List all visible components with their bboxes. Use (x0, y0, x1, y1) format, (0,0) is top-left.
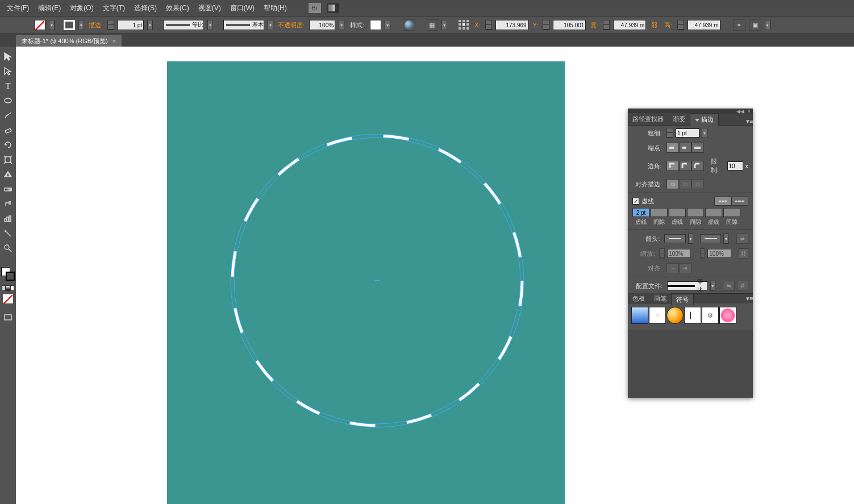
symbol-thumb-1[interactable] (631, 307, 648, 324)
slice-tool-icon[interactable] (2, 227, 14, 240)
gap-3-field[interactable] (723, 208, 740, 217)
column-graph-tool-icon[interactable] (2, 213, 14, 225)
menu-effect[interactable]: 效果(C) (163, 1, 193, 15)
symbol-thumb-2[interactable]: ✶ (649, 307, 666, 324)
menu-file[interactable]: 文件(F) (3, 1, 32, 15)
menu-select[interactable]: 选择(S) (131, 1, 160, 15)
arrow-align-end-icon[interactable]: ⇥ (679, 263, 691, 273)
arrow-scale-end-spinner[interactable] (700, 248, 706, 259)
menu-help[interactable]: 帮助(H) (260, 1, 290, 15)
dash-align-exact-icon[interactable] (714, 197, 731, 206)
join-bevel-icon[interactable] (691, 161, 704, 171)
arrow-scale-start-spinner[interactable] (659, 248, 665, 259)
cap-round-icon[interactable] (679, 143, 691, 153)
arrow-align-tip-icon[interactable]: → (666, 263, 679, 273)
profile-menu[interactable]: ▼ (710, 281, 715, 291)
tab-pathfinder[interactable]: 路径查找器 (628, 113, 668, 125)
symbol-sprayer-tool-icon[interactable] (2, 198, 14, 210)
arrow-end-menu[interactable]: ▼ (723, 234, 728, 244)
align-panel-menu[interactable]: ▼ (441, 20, 447, 30)
symbol-thumb-5[interactable]: ⚙ (702, 307, 719, 324)
collapse-panel-icon[interactable]: ◀◀ (736, 109, 744, 114)
weight-spinner[interactable] (666, 128, 673, 138)
bridge-icon[interactable]: Br (309, 3, 321, 13)
weight-menu[interactable]: ▼ (702, 128, 707, 138)
gap-1-field[interactable] (651, 208, 668, 217)
link-wh-icon[interactable]: ⛓ (649, 20, 660, 30)
w-spinner[interactable] (603, 20, 610, 30)
close-tab-icon[interactable]: × (113, 38, 116, 44)
gradient-tool-icon[interactable] (2, 183, 14, 195)
profile-flip-x-icon[interactable]: ⇋ (723, 281, 734, 291)
color-mode-icon[interactable] (2, 285, 14, 291)
opacity-field[interactable] (309, 20, 335, 30)
join-miter-icon[interactable] (666, 161, 679, 171)
cap-projecting-icon[interactable] (691, 143, 704, 153)
symbol-thumb-4[interactable]: ▏ (684, 307, 701, 324)
align-panel-icon[interactable]: ▦ (426, 19, 438, 31)
menu-edit[interactable]: 编辑(E) (35, 1, 64, 15)
tab-symbols[interactable]: 符号 (671, 294, 694, 305)
stroke-swatch[interactable] (64, 20, 75, 30)
fill-swatch[interactable] (34, 20, 45, 30)
close-panel-icon[interactable]: × (748, 109, 751, 114)
opacity-menu[interactable]: ▼ (339, 20, 344, 30)
arrow-scale-start-field[interactable] (667, 249, 691, 258)
fill-stroke-icon[interactable] (1, 267, 15, 281)
isolate-icon[interactable]: ▣ (749, 19, 761, 31)
profile-picker[interactable]: 等比 (667, 281, 708, 290)
fill-swatch-menu[interactable]: ▼ (49, 20, 55, 30)
cap-butt-icon[interactable] (666, 143, 679, 153)
reference-point-icon[interactable] (459, 20, 470, 30)
tab-gradient[interactable]: 渐变 (668, 113, 690, 125)
arrow-end-picker[interactable] (700, 234, 721, 243)
zoom-tool-icon[interactable] (2, 242, 14, 255)
menu-object[interactable]: 对象(O) (66, 1, 97, 15)
y-spinner[interactable] (543, 20, 549, 30)
align-stroke-center-icon[interactable]: ▭ (666, 179, 679, 189)
arrow-start-menu[interactable]: ▼ (688, 234, 693, 244)
perspective-grid-tool-icon[interactable] (2, 168, 14, 181)
selection-tool-icon[interactable] (2, 50, 14, 63)
none-color-icon[interactable] (3, 294, 13, 303)
direct-selection-tool-icon[interactable] (2, 65, 14, 77)
dash-3-field[interactable] (705, 208, 722, 217)
stroke-panel[interactable]: ◀◀× 路径查找器 渐变 描边 ▾≡ 粗细: ▼ 端点: 边角: 限制: x 对… (628, 109, 753, 398)
x-field[interactable] (495, 20, 528, 30)
profile-flip-y-icon[interactable]: ⇵ (737, 281, 748, 291)
h-spinner[interactable] (677, 20, 684, 30)
symbols-panel-menu-icon[interactable]: ▾≡ (746, 295, 753, 302)
rotate-tool-icon[interactable] (2, 139, 14, 151)
dash-1-field[interactable] (632, 208, 649, 217)
join-round-icon[interactable] (679, 161, 691, 171)
symbol-thumb-6[interactable] (719, 307, 736, 324)
stroke-weight-menu[interactable]: ▼ (147, 20, 153, 30)
panel-menu-icon[interactable]: ▾≡ (746, 118, 753, 125)
eraser-tool-icon[interactable] (2, 124, 14, 136)
workspace-switcher-icon[interactable]: ▾ (327, 3, 339, 13)
brush-picker[interactable]: 基本 (223, 20, 264, 30)
h-field[interactable] (688, 20, 720, 30)
dash-align-corner-icon[interactable] (731, 197, 748, 206)
paintbrush-tool-icon[interactable] (2, 109, 14, 122)
type-tool-icon[interactable]: T (2, 80, 14, 92)
brush-menu[interactable]: ▼ (268, 20, 273, 30)
more-options[interactable]: ▼ (765, 20, 770, 30)
tab-stroke[interactable]: 描边 (690, 113, 719, 126)
stroke-weight-field[interactable] (118, 20, 144, 30)
dash-2-field[interactable] (669, 208, 686, 217)
weight-field[interactable] (676, 128, 699, 138)
stroke-weight-spinner[interactable] (107, 20, 114, 30)
tab-brushes[interactable]: 画笔 (649, 293, 671, 304)
menu-view[interactable]: 视图(V) (195, 1, 224, 15)
shape-builder-icon[interactable]: ✶ (733, 19, 745, 31)
x-spinner[interactable] (485, 20, 492, 30)
screen-mode-icon[interactable] (2, 311, 14, 324)
w-field[interactable] (613, 20, 646, 30)
gap-2-field[interactable] (687, 208, 704, 217)
align-stroke-inside-icon[interactable]: ▭ (679, 179, 691, 189)
width-profile-picker[interactable]: 等比 (163, 20, 204, 30)
arrow-scale-end-field[interactable] (707, 249, 731, 258)
swap-arrows-icon[interactable]: ⇄ (736, 234, 748, 244)
arrow-scale-link-icon[interactable]: ⛓ (739, 248, 748, 259)
